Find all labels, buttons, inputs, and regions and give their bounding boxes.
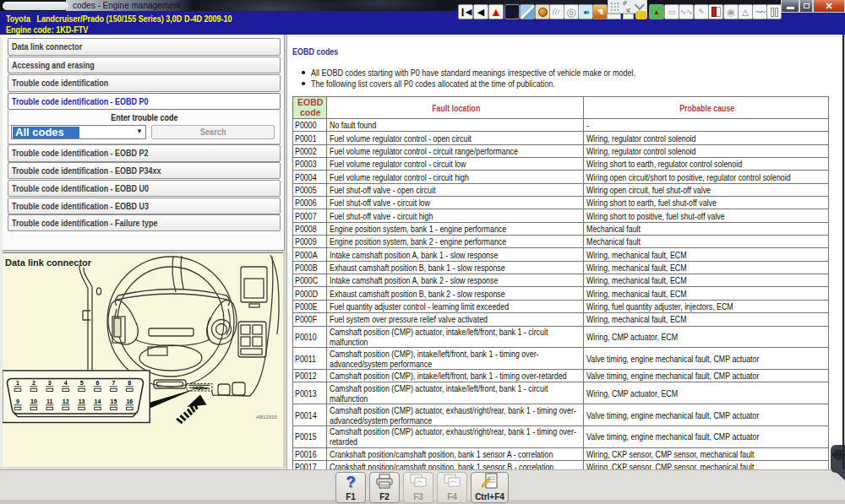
svg-text:12: 12 [63,398,69,404]
svg-text:15: 15 [111,398,117,404]
svg-text:10: 10 [30,398,37,404]
svg-text:6: 6 [96,380,100,386]
svg-text:5: 5 [80,380,84,386]
svg-text:8: 8 [128,380,131,386]
svg-text:3: 3 [48,380,52,386]
svg-text:1: 1 [16,380,19,386]
svg-text:7: 7 [112,380,115,386]
svg-text:16: 16 [126,398,133,404]
svg-text:2: 2 [32,380,35,386]
svg-text:11: 11 [46,398,53,404]
svg-text:9: 9 [16,398,19,404]
svg-text:14: 14 [95,398,101,404]
svg-text:4: 4 [64,380,68,386]
svg-text:AB12915: AB12915 [256,415,277,420]
svg-text:13: 13 [79,398,85,404]
